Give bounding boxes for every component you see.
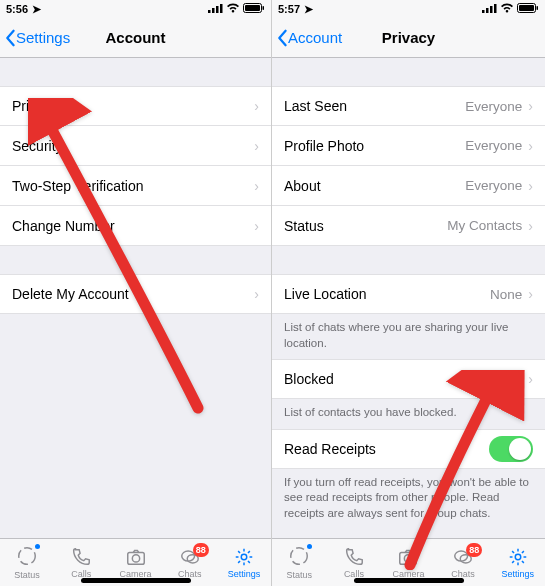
svg-point-7: [19, 548, 36, 565]
chevron-right-icon: ›: [254, 286, 259, 302]
time: 5:56: [6, 3, 28, 15]
svg-rect-1: [212, 8, 215, 13]
tab-settings[interactable]: Settings: [490, 546, 545, 579]
tab-status[interactable]: Status: [272, 545, 327, 580]
content: Privacy› Security› Two-Step Verification…: [0, 58, 271, 538]
battery-icon: [517, 3, 539, 15]
tab-camera[interactable]: Camera: [108, 546, 162, 579]
svg-rect-16: [494, 4, 497, 13]
cell-status[interactable]: StatusMy Contacts›: [272, 206, 545, 246]
cell-label: Two-Step Verification: [12, 178, 254, 194]
svg-point-20: [291, 548, 308, 565]
chevron-right-icon: ›: [528, 138, 533, 154]
chevron-right-icon: ›: [254, 218, 259, 234]
cell-label: Change Number: [12, 218, 254, 234]
cell-last-seen[interactable]: Last SeenEveryone›: [272, 86, 545, 126]
content: Last SeenEveryone› Profile PhotoEveryone…: [272, 58, 545, 538]
battery-icon: [243, 3, 265, 15]
location-icon: ➤: [32, 3, 41, 16]
footer-note: List of chats where you are sharing your…: [272, 314, 545, 359]
phone-account: 5:56➤ Settings Account Privacy› Security…: [0, 0, 272, 586]
badge: 88: [466, 543, 482, 557]
svg-point-12: [241, 554, 247, 560]
tab-chats[interactable]: 88Chats: [436, 546, 491, 579]
cell-label: Delete My Account: [12, 286, 254, 302]
status-dot-icon: [307, 544, 312, 549]
cell-label: Security: [12, 138, 254, 154]
phone-privacy: 5:57➤ Account Privacy Last SeenEveryone›…: [272, 0, 545, 586]
tab-chats[interactable]: 88Chats: [163, 546, 217, 579]
svg-rect-14: [486, 8, 489, 13]
wifi-icon: [226, 3, 240, 15]
cell-live-location[interactable]: Live LocationNone›: [272, 274, 545, 314]
chevron-right-icon: ›: [528, 218, 533, 234]
cell-value: Everyone: [465, 138, 522, 153]
svg-rect-18: [519, 5, 534, 11]
svg-rect-6: [263, 6, 265, 10]
back-label: Settings: [16, 29, 70, 46]
svg-rect-13: [482, 10, 485, 13]
location-icon: ➤: [304, 3, 313, 16]
cell-label: Blocked: [284, 371, 461, 387]
cell-privacy[interactable]: Privacy›: [0, 86, 271, 126]
svg-rect-3: [220, 4, 223, 13]
tab-calls[interactable]: Calls: [54, 546, 108, 579]
cell-security[interactable]: Security›: [0, 126, 271, 166]
time: 5:57: [278, 3, 300, 15]
cell-value: Everyone: [465, 99, 522, 114]
svg-rect-19: [537, 6, 539, 10]
svg-point-25: [515, 554, 521, 560]
read-receipts-toggle[interactable]: [489, 436, 533, 462]
cell-change-number[interactable]: Change Number›: [0, 206, 271, 246]
cell-profile-photo[interactable]: Profile PhotoEveryone›: [272, 126, 545, 166]
svg-rect-0: [208, 10, 211, 13]
cell-label: Read Receipts: [284, 441, 489, 457]
svg-point-22: [405, 555, 412, 562]
tab-label: Status: [14, 570, 40, 580]
chevron-right-icon: ›: [528, 286, 533, 302]
home-indicator: [354, 578, 464, 583]
badge: 88: [193, 543, 209, 557]
chevron-right-icon: ›: [254, 138, 259, 154]
status-bar: 5:56➤: [0, 0, 271, 18]
cell-blocked[interactable]: Blocked2 contacts›: [272, 359, 545, 399]
chevron-right-icon: ›: [528, 178, 533, 194]
cell-label: Last Seen: [284, 98, 465, 114]
cell-label: Profile Photo: [284, 138, 465, 154]
back-button[interactable]: Settings: [4, 29, 70, 47]
status-bar: 5:57➤: [272, 0, 545, 18]
svg-point-9: [132, 555, 139, 562]
tab-camera[interactable]: Camera: [381, 546, 436, 579]
navbar: Settings Account: [0, 18, 271, 58]
page-title: Privacy: [382, 29, 435, 46]
cell-value: Everyone: [465, 178, 522, 193]
chevron-right-icon: ›: [254, 178, 259, 194]
wifi-icon: [500, 3, 514, 15]
tab-label: Status: [287, 570, 313, 580]
cell-read-receipts: Read Receipts: [272, 429, 545, 469]
cell-label: Privacy: [12, 98, 254, 114]
tab-status[interactable]: Status: [0, 545, 54, 580]
navbar: Account Privacy: [272, 18, 545, 58]
footer-note: If you turn off read receipts, you won't…: [272, 469, 545, 530]
cell-two-step[interactable]: Two-Step Verification›: [0, 166, 271, 206]
back-button[interactable]: Account: [276, 29, 342, 47]
chevron-right-icon: ›: [528, 371, 533, 387]
signal-icon: [208, 3, 223, 15]
signal-icon: [482, 3, 497, 15]
cell-delete-account[interactable]: Delete My Account›: [0, 274, 271, 314]
status-dot-icon: [35, 544, 40, 549]
cell-value: 2 contacts: [461, 372, 523, 387]
back-label: Account: [288, 29, 342, 46]
cell-about[interactable]: AboutEveryone›: [272, 166, 545, 206]
footer-note: List of contacts you have blocked.: [272, 399, 545, 429]
cell-label: Live Location: [284, 286, 490, 302]
cell-value: None: [490, 287, 522, 302]
cell-value: My Contacts: [447, 218, 522, 233]
chevron-right-icon: ›: [528, 98, 533, 114]
tab-calls[interactable]: Calls: [327, 546, 382, 579]
tab-label: Settings: [228, 569, 261, 579]
tab-label: Settings: [501, 569, 534, 579]
tab-settings[interactable]: Settings: [217, 546, 271, 579]
svg-rect-15: [490, 6, 493, 13]
